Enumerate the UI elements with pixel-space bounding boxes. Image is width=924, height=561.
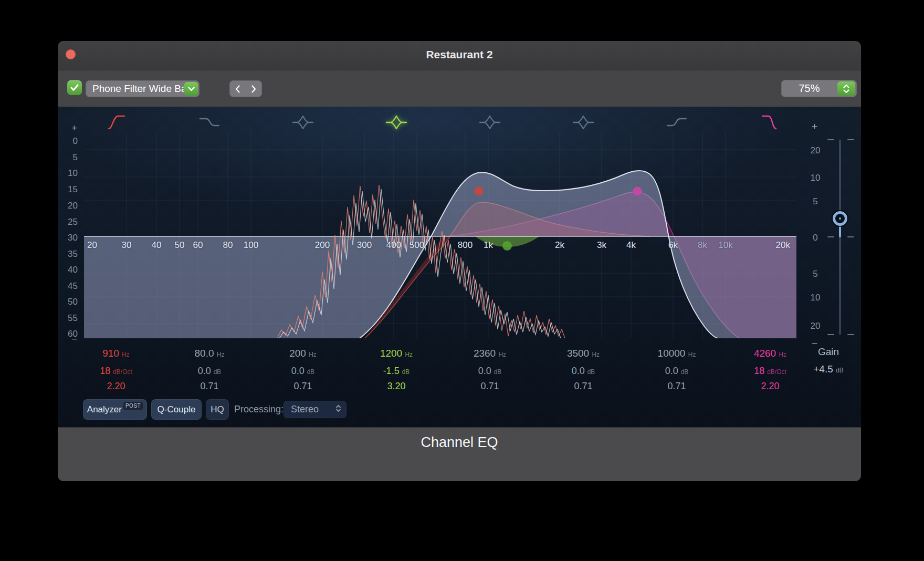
up-down-chevrons-icon bbox=[335, 404, 346, 414]
plugin-enable-checkbox[interactable] bbox=[67, 80, 82, 95]
band-1-parameters[interactable]: 910 Hz 18 dB/Oct 2.20 bbox=[69, 345, 163, 393]
master-gain-slider-stem bbox=[839, 225, 841, 237]
gain-db-label: 5 bbox=[802, 269, 828, 279]
hq-button[interactable]: HQ bbox=[206, 399, 229, 420]
preset-selector[interactable]: Phone Filter Wide Ba... bbox=[86, 80, 200, 97]
freq-ruler-label: 8k bbox=[698, 240, 707, 251]
zoom-stepper-button[interactable] bbox=[837, 81, 855, 96]
window-title: Restaurant 2 bbox=[58, 48, 861, 61]
gain-value-unit: dB bbox=[836, 367, 844, 374]
band-5-parameters[interactable]: 2360 Hz 0.0 dB 0.71 bbox=[443, 345, 537, 393]
up-down-chevrons-icon bbox=[843, 84, 850, 94]
band8-control-dot[interactable] bbox=[633, 187, 642, 196]
band-gain[interactable]: 0.0 dB bbox=[163, 363, 256, 380]
view-zoom-stepper[interactable]: 75% bbox=[781, 80, 857, 97]
analyzer-db-label: 10 bbox=[61, 168, 78, 179]
band-frequency[interactable]: 3500 Hz bbox=[537, 345, 630, 363]
preset-prev-next bbox=[229, 80, 262, 97]
band-q-factor[interactable]: 0.71 bbox=[630, 380, 723, 393]
preset-name: Phone Filter Wide Ba... bbox=[86, 83, 184, 95]
slider-tick bbox=[827, 334, 834, 335]
band-6-parameters[interactable]: 3500 Hz 0.0 dB 0.71 bbox=[537, 345, 630, 393]
freq-ruler-label: 400 bbox=[386, 240, 401, 251]
gain-db-label: 0 bbox=[802, 233, 828, 243]
analyzer-mode-badge[interactable]: POST bbox=[123, 402, 143, 410]
band-gain[interactable]: 0.0 dB bbox=[537, 363, 630, 380]
analyzer-button[interactable]: AnalyzerPOST bbox=[83, 399, 147, 420]
band4-control-dot[interactable] bbox=[502, 241, 512, 251]
freq-ruler-label: 50 bbox=[175, 240, 185, 251]
analyzer-db-label: 40 bbox=[61, 265, 78, 275]
plugin-name-bar: Channel EQ bbox=[58, 427, 861, 481]
freq-ruler-label: 20k bbox=[776, 240, 790, 251]
preset-next-button[interactable] bbox=[246, 80, 262, 97]
freq-ruler-label: 3k bbox=[597, 240, 606, 251]
band-q-factor[interactable]: 0.71 bbox=[163, 380, 256, 393]
band-8-parameters[interactable]: 4260 Hz 18 dB/Oct 2.20 bbox=[723, 345, 817, 393]
slider-tick bbox=[847, 334, 854, 335]
band-gain[interactable]: -1.5 dB bbox=[350, 363, 443, 380]
gain-db-label: 10 bbox=[802, 173, 828, 183]
freq-ruler-label: 30 bbox=[122, 240, 132, 251]
plugin-name: Channel EQ bbox=[58, 434, 861, 451]
checkmark-icon bbox=[70, 84, 79, 91]
preset-menu-button[interactable] bbox=[184, 82, 198, 96]
gain-db-label: 10 bbox=[802, 293, 828, 303]
q-couple-button[interactable]: Q-Couple bbox=[151, 399, 202, 420]
band1-control-dot[interactable] bbox=[475, 187, 484, 196]
processing-select[interactable]: Stereo bbox=[284, 401, 346, 418]
band-frequency[interactable]: 4260 Hz bbox=[723, 345, 817, 363]
master-gain-slider-knob[interactable] bbox=[833, 211, 847, 226]
band-frequency[interactable]: 2360 Hz bbox=[443, 345, 537, 363]
analyzer-button-label: Analyzer bbox=[87, 404, 122, 415]
analyzer-db-label: 0 bbox=[61, 136, 78, 147]
band-7-parameters[interactable]: 10000 Hz 0.0 dB 0.71 bbox=[630, 345, 723, 393]
band-q-factor[interactable]: 2.20 bbox=[69, 380, 163, 393]
band-slope[interactable]: 18 dB/Oct bbox=[723, 363, 817, 380]
slider-tick bbox=[847, 236, 854, 237]
eq-curve-plot[interactable]: 2030405060801002003004005008001k2k3k4k6k… bbox=[84, 122, 797, 338]
processing-label: Processing: bbox=[234, 399, 284, 420]
band-q-factor[interactable]: 3.20 bbox=[350, 380, 443, 393]
hq-button-label: HQ bbox=[211, 404, 224, 415]
desktop-background: Restaurant 2 Phone Filter Wide Ba... 75% bbox=[0, 0, 924, 561]
freq-ruler-label: 10k bbox=[718, 240, 732, 251]
band-3-parameters[interactable]: 200 Hz 0.0 dB 0.71 bbox=[256, 345, 350, 393]
band-q-factor[interactable]: 0.71 bbox=[256, 380, 350, 393]
band-q-factor[interactable]: 0.71 bbox=[443, 380, 537, 393]
band-parameter-table: 910 Hz 18 dB/Oct 2.20 80.0 Hz 0.0 dB 0.7… bbox=[69, 345, 817, 393]
analyzer-db-label: 30 bbox=[61, 233, 78, 243]
q-couple-button-label: Q-Couple bbox=[158, 404, 196, 415]
eq-curve-canvas[interactable] bbox=[84, 122, 797, 338]
band-2-parameters[interactable]: 80.0 Hz 0.0 dB 0.71 bbox=[163, 345, 256, 393]
band-gain[interactable]: 0.0 dB bbox=[256, 363, 350, 380]
band-q-factor[interactable]: 2.20 bbox=[723, 380, 817, 393]
band-slope[interactable]: 18 dB/Oct bbox=[69, 363, 163, 380]
freq-ruler-label: 500 bbox=[410, 240, 424, 251]
freq-ruler-label: 100 bbox=[244, 240, 258, 251]
freq-ruler-label: 800 bbox=[458, 240, 472, 251]
freq-ruler-label: 60 bbox=[193, 240, 203, 251]
freq-ruler-label: 300 bbox=[357, 240, 372, 251]
band-frequency[interactable]: 80.0 Hz bbox=[163, 345, 256, 363]
gain-db-label: 20 bbox=[802, 321, 828, 331]
title-bar: Restaurant 2 bbox=[58, 41, 861, 70]
band-frequency[interactable]: 10000 Hz bbox=[630, 345, 723, 363]
band-frequency[interactable]: 200 Hz bbox=[256, 345, 350, 363]
freq-ruler-label: 40 bbox=[152, 240, 162, 251]
band-gain[interactable]: 0.0 dB bbox=[443, 363, 537, 380]
freq-ruler-label: 4k bbox=[626, 240, 636, 251]
analyzer-db-label: 35 bbox=[61, 249, 78, 259]
band-q-factor[interactable]: 0.71 bbox=[537, 380, 630, 393]
band-frequency[interactable]: 1200 Hz bbox=[350, 345, 443, 363]
analyzer-scale-plus: + bbox=[71, 122, 77, 134]
analyzer-db-label: 45 bbox=[61, 281, 78, 292]
preset-prev-button[interactable] bbox=[229, 80, 246, 97]
analyzer-db-label: 5 bbox=[61, 152, 78, 163]
band-gain[interactable]: 0.0 dB bbox=[630, 363, 723, 380]
band-frequency[interactable]: 910 Hz bbox=[69, 345, 163, 363]
plugin-window: Restaurant 2 Phone Filter Wide Ba... 75% bbox=[58, 41, 861, 481]
analyzer-db-label: 15 bbox=[61, 184, 78, 195]
band-4-parameters[interactable]: 1200 Hz -1.5 dB 3.20 bbox=[350, 345, 443, 393]
freq-ruler-label: 20 bbox=[87, 240, 97, 251]
